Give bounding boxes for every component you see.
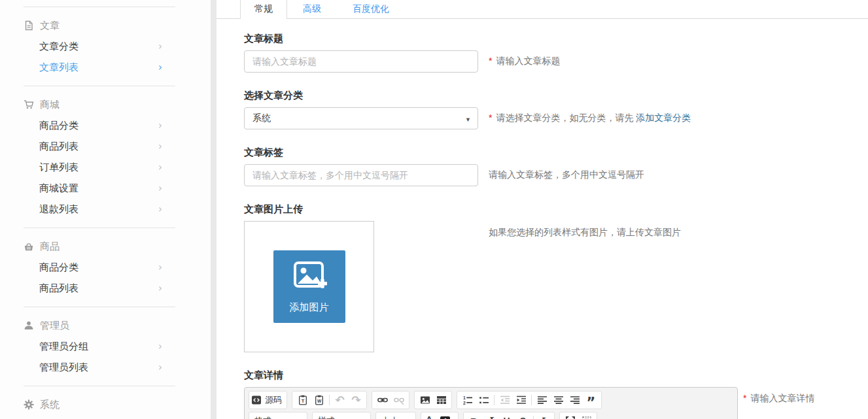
article-title-label: 文章标题 [244,33,868,45]
source-button[interactable]: 源码 [251,392,285,408]
sidebar-item-goods-category[interactable]: 商品分类 [0,115,211,136]
sidebar-section-admin[interactable]: 管理员 [0,315,211,336]
image-upload-dropzone[interactable]: 添加图片 [244,221,374,352]
numbered-list-button[interactable]: 12 [459,392,476,408]
divider [24,7,175,7]
format-dropdown[interactable]: 格式 [249,412,307,419]
sidebar-item-goods-list[interactable]: 商品列表 [0,136,211,157]
sidebar-section-article[interactable]: 文章 [0,15,211,36]
bulleted-list-icon [479,395,489,405]
caret-down-icon [465,113,471,124]
insert-table-button[interactable] [433,392,449,408]
sidebar-item-mall-settings[interactable]: 商城设置 [0,178,211,199]
chevron-right-icon [158,41,162,52]
bold-button[interactable]: B [466,413,482,419]
maximize-icon [565,416,576,419]
field-article-category: 选择文章分类 系统 *请选择文章分类，如无分类，请先 添加文章分类 [244,90,868,129]
text-color-button[interactable]: A [423,413,440,419]
blockquote-button[interactable]: ” [583,392,599,408]
sidebar-item-admin-group[interactable]: 管理员分组 [0,336,211,357]
sidebar-item-order-list[interactable]: 订单列表 [0,157,211,178]
sidebar-item-product-category[interactable]: 商品分类 [0,257,211,278]
section-label: 商品 [40,241,60,253]
align-left-icon [537,395,547,405]
article-image-hint: 如果您选择的列表样式有图片，请上传文章图片 [489,221,681,239]
add-image-icon [291,260,328,297]
field-article-tags: 文章标签 请输入文章标签，多个用中文逗号隔开 [244,146,868,186]
paste-from-word-button[interactable]: W [311,392,327,408]
remove-format-button[interactable]: Ix [536,413,552,419]
decrease-indent-button[interactable] [496,392,513,408]
sidebar-item-product-list[interactable]: 商品列表 [0,278,211,299]
caret-down-icon [298,416,302,419]
article-detail-hint: *请输入文章详情 [743,387,814,405]
svg-text:W: W [317,399,321,403]
article-category-hint: *请选择文章分类，如无分类，请先 添加文章分类 [489,112,691,124]
article-tags-input[interactable] [244,164,478,186]
toolbar-separator [494,395,495,405]
tab-advanced[interactable]: 高级 [287,0,337,18]
unlink-button[interactable] [391,392,407,408]
article-title-hint: *请输入文章标题 [489,56,560,67]
sidebar-item-refund-list[interactable]: 退款列表 [0,199,211,220]
add-image-button[interactable]: 添加图片 [273,250,345,323]
required-asterisk: * [743,393,746,403]
align-right-icon [570,395,580,405]
strikethrough-button[interactable]: S [515,413,531,419]
cart-icon [24,99,34,110]
article-image-label: 文章图片上传 [244,203,868,216]
chevron-right-icon [158,261,162,273]
article-form: 文章标题 *请输入文章标题 选择文章分类 系统 [217,19,868,419]
selected-category: 系统 [252,112,271,124]
undo-button[interactable]: ↶ [332,392,348,408]
chevron-right-icon [158,161,162,173]
sidebar-item-basic-info[interactable]: 基本信息 [0,415,211,419]
sidebar-item-admin-list[interactable]: 管理员列表 [0,357,211,378]
field-article-title: 文章标题 *请输入文章标题 [244,33,868,73]
link-button[interactable] [374,392,391,408]
align-left-button[interactable] [534,392,550,408]
underline-button[interactable]: U [498,413,515,419]
tab-baidu-seo[interactable]: 百度优化 [337,0,405,18]
align-right-button[interactable] [566,392,583,408]
sidebar-main-divider [211,0,217,419]
main-content: 常规 高级 百度优化 文章标题 *请输入文章标题 选择文章分类 系统 [217,0,868,419]
toolbar-separator [329,395,330,405]
link-icon [377,395,388,405]
article-title-input[interactable] [244,50,478,73]
sidebar-section-product[interactable]: 商品 [0,236,211,257]
show-blocks-button[interactable] [578,413,595,419]
style-dropdown[interactable]: 样式 [312,412,371,419]
tab-general[interactable]: 常规 [240,0,287,19]
insert-image-button[interactable] [417,392,433,408]
add-category-link[interactable]: 添加文章分类 [636,112,691,123]
section-label: 管理员 [40,320,69,332]
indent-icon [516,395,527,405]
redo-icon: ↷ [351,395,360,406]
sidebar-item-article-list[interactable]: 文章列表 [0,57,211,78]
maximize-button[interactable] [562,413,578,419]
background-color-button[interactable]: A [440,413,456,419]
toolbar-separator [531,395,532,405]
sidebar-section-mall[interactable]: 商城 [0,94,211,115]
article-category-select[interactable]: 系统 [244,107,478,129]
increase-indent-button[interactable] [513,392,529,408]
chevron-right-icon [158,120,162,131]
toolbar-separator [533,416,534,419]
redo-button[interactable]: ↷ [348,392,364,408]
rich-text-editor: 源码 T [244,387,738,419]
background-color-icon: A [440,416,450,419]
section-label: 系统 [40,399,60,411]
align-center-button[interactable] [550,392,566,408]
font-size-dropdown[interactable]: 大小 [375,412,416,419]
admin-icon [24,320,34,331]
caret-down-icon [406,416,410,419]
sidebar-section-system[interactable]: 系统 [0,394,211,415]
gear-icon [24,399,34,410]
chevron-right-icon [158,361,162,373]
paste-text-icon: T [298,395,308,405]
sidebar-item-article-category[interactable]: 文章分类 [0,36,211,57]
italic-button[interactable]: I [482,413,498,419]
bulleted-list-button[interactable] [476,392,492,408]
paste-as-text-button[interactable]: T [294,392,311,408]
